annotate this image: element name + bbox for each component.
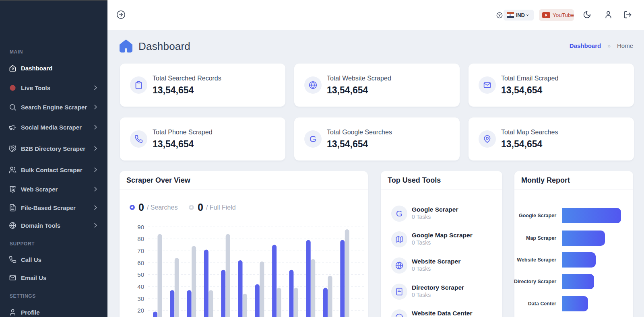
svg-text:50: 50 [137, 271, 144, 278]
svg-text:20: 20 [137, 307, 144, 314]
svg-text:40: 40 [137, 283, 144, 290]
svg-text:30: 30 [137, 295, 144, 302]
svg-text:80: 80 [137, 235, 144, 242]
svg-text:90: 90 [137, 224, 144, 231]
svg-text:60: 60 [137, 259, 144, 266]
svg-text:70: 70 [137, 247, 144, 254]
